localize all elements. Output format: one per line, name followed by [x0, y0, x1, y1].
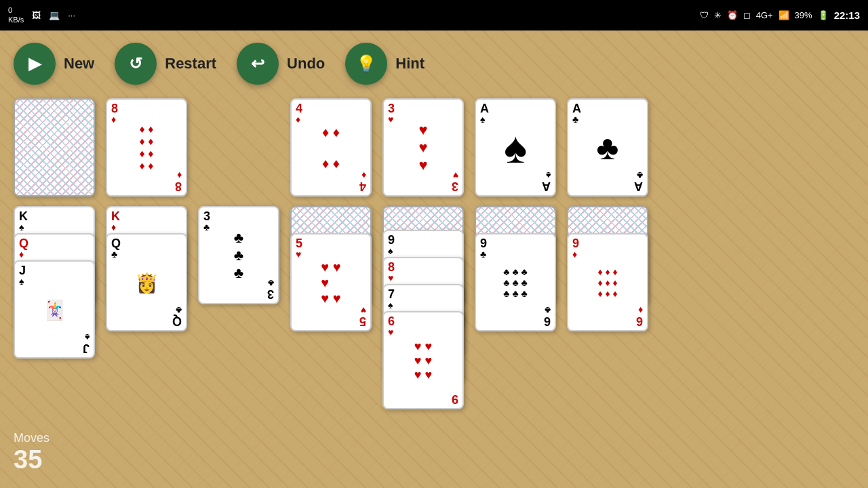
suit-bottom: ♣ [545, 306, 551, 315]
suit-top: ♦ [111, 115, 116, 124]
photo-icon: 🖼 [32, 10, 41, 20]
rank-bottom: 6 [636, 315, 643, 327]
game-area: 8 ♦ ♦ ♦♦ ♦♦ ♦♦ ♦ 8 ♦ 4 ♦ ♦ ♦♦ ♦ 4 ♦ 3 ♥ … [0, 92, 868, 430]
moves-label: Moves [14, 431, 50, 445]
card-pips: ♠ [488, 123, 542, 173]
suit-top: ♥ [388, 327, 393, 337]
suit-bottom: ♣ [268, 279, 274, 288]
card-pips: ♦ ♦ ♦♦ ♦ ♦♦ ♦ ♦ [580, 266, 635, 299]
hint-icon-circle: 💡 [345, 43, 387, 85]
suit-bottom: ♠ [546, 171, 551, 180]
rank-bottom: A [542, 180, 551, 192]
card-pips: ♥ ♥♥ ♥♥ ♥ [396, 339, 450, 382]
col5-stack: 9 ♠ ♠ ♠ ♠♠ ♠ ♠♠ ♠ ♠ 9 ♠ 8 ♥ 8 7 ♠ 7 [382, 206, 464, 416]
status-right: 🛡 ✳ ⏰ ◻ 4G+ 📶 39% 🔋 22:13 [700, 9, 860, 21]
rank-top: Q [19, 237, 28, 249]
shield-icon: 🛡 [700, 10, 709, 20]
rank-bottom: 3 [452, 180, 458, 192]
rank-top: A [480, 102, 489, 115]
rank-top: 3 [388, 102, 395, 115]
rank-bottom: 8 [175, 180, 182, 192]
undo-button[interactable]: ↩ Undo [237, 43, 325, 85]
rank-bottom: A [634, 180, 643, 192]
card-9-clubs[interactable]: 9 ♣ ♣ ♣ ♣♣ ♣ ♣♣ ♣ ♣ 6 ♣ [475, 233, 556, 331]
rank-bottom: J [83, 342, 90, 354]
rank-bottom: 5 [359, 315, 366, 327]
rank-bottom: Q [172, 315, 182, 327]
card-pips: ♦ ♦♦ ♦ [304, 124, 358, 171]
col4-stack: 5 ♥ ♥ ♥♥♥ ♥ 5 ♥ [290, 206, 372, 409]
more-icon: ··· [68, 10, 75, 20]
moves-value: 35 [14, 445, 50, 474]
rank-top: 8 [111, 102, 118, 115]
card-ace-clubs[interactable]: A ♣ ♣ A ♣ [567, 98, 648, 197]
rank-bottom: 4 [359, 180, 366, 192]
top-row: 8 ♦ ♦ ♦♦ ♦♦ ♦♦ ♦ 8 ♦ 4 ♦ ♦ ♦♦ ♦ 4 ♦ 3 ♥ … [14, 98, 854, 197]
rank-top: Q [111, 237, 121, 249]
rank-top: J [19, 264, 26, 277]
card-3-clubs[interactable]: 3 ♣ ♣♣♣ 3 ♣ [198, 206, 279, 304]
laptop-icon: 💻 [49, 10, 60, 20]
card-5-hearts[interactable]: 5 ♥ ♥ ♥♥♥ ♥ 5 ♥ [290, 233, 372, 331]
card-face: 👸 [135, 271, 159, 293]
clock: 22:13 [834, 9, 860, 21]
rank-top: A [572, 102, 581, 115]
rank-top: K [111, 210, 120, 222]
network-speed: 0KB/s [8, 6, 24, 24]
card-pips: ♥♥♥ [396, 121, 450, 174]
status-left: 0KB/s 🖼 💻 ··· [8, 6, 75, 24]
suit-top: ♠ [388, 246, 393, 256]
battery-icon: 🔋 [818, 10, 829, 20]
card-4-diamonds[interactable]: 4 ♦ ♦ ♦♦ ♦ 4 ♦ [290, 98, 372, 197]
suit-bottom: ♣ [176, 306, 182, 315]
rank-bottom: 6 [544, 315, 551, 327]
suit-top: ♠ [388, 300, 393, 310]
suit-top: ♣ [480, 249, 486, 259]
draw-pile[interactable] [14, 98, 95, 197]
signal-4g-icon: 4G+ [756, 10, 773, 20]
suit-top: ♣ [203, 222, 210, 232]
col1-stack: K ♠ 🤴 K ♠ Q ♦ 👸 Q ♦ J ♠ 🃏 J ♠ [14, 206, 95, 409]
rank-top: 9 [388, 234, 395, 246]
alarm-icon: ⏰ [727, 10, 738, 20]
suit-top: ♠ [19, 277, 24, 286]
suit-top: ♥ [388, 115, 393, 124]
rank-top: 4 [296, 102, 302, 115]
suit-bottom: ♦ [638, 306, 643, 315]
card-pips: ♣ ♣ ♣♣ ♣ ♣♣ ♣ ♣ [488, 266, 542, 299]
hint-button[interactable]: 💡 Hint [345, 43, 425, 85]
suit-top: ♣ [111, 249, 117, 259]
col2-stack: K ♦ 🤴 K ♦ Q ♣ 👸 Q ♣ [106, 206, 187, 409]
card-8-diamonds[interactable]: 8 ♦ ♦ ♦♦ ♦♦ ♦♦ ♦ 8 ♦ [106, 98, 187, 197]
card-jack-spades[interactable]: J ♠ 🃏 J ♠ [14, 260, 95, 359]
restart-icon-circle: ↺ [115, 43, 157, 85]
battery-percent: 39% [795, 10, 812, 20]
card-pips: ♥ ♥♥♥ ♥ [304, 259, 358, 306]
rank-top: 3 [203, 210, 210, 222]
card-9-diamonds[interactable]: 9 ♦ ♦ ♦ ♦♦ ♦ ♦♦ ♦ ♦ 6 ♦ [567, 233, 648, 331]
suit-top: ♦ [111, 222, 116, 232]
rank-top: K [19, 210, 28, 222]
card-queen-clubs[interactable]: Q ♣ 👸 Q ♣ [106, 233, 187, 331]
card-6-hearts[interactable]: 6 ♥ ♥ ♥♥ ♥♥ ♥ 9 [382, 311, 464, 409]
suit-bottom: ♣ [637, 171, 643, 180]
rank-top: 8 [388, 261, 395, 273]
hint-label: Hint [395, 55, 425, 73]
rank-top: 6 [388, 315, 395, 327]
rank-bottom: 3 [267, 288, 274, 300]
signal-bars-icon: 📶 [778, 10, 789, 20]
col7-stack: 9 ♦ ♦ ♦ ♦♦ ♦ ♦♦ ♦ ♦ 6 ♦ [567, 206, 648, 416]
new-button[interactable]: ▶ New [14, 43, 94, 85]
notification-icon: ◻ [743, 10, 751, 20]
suit-top: ♦ [19, 249, 24, 259]
card-ace-spades[interactable]: A ♠ ♠ A ♠ [475, 98, 556, 197]
card-pips: ♣♣♣ [212, 229, 266, 282]
suit-top: ♥ [296, 249, 301, 259]
rank-bottom: 9 [452, 393, 458, 405]
restart-button[interactable]: ↺ Restart [115, 43, 216, 85]
suit-bottom: ♦ [177, 171, 182, 180]
suit-top: ♦ [572, 249, 577, 259]
card-3-hearts[interactable]: 3 ♥ ♥♥♥ 3 ♥ [382, 98, 464, 197]
col6-stack: 9 ♣ ♣ ♣ ♣♣ ♣ ♣♣ ♣ ♣ 6 ♣ [475, 206, 556, 416]
status-bar: 0KB/s 🖼 💻 ··· 🛡 ✳ ⏰ ◻ 4G+ 📶 39% 🔋 22:13 [0, 0, 868, 30]
